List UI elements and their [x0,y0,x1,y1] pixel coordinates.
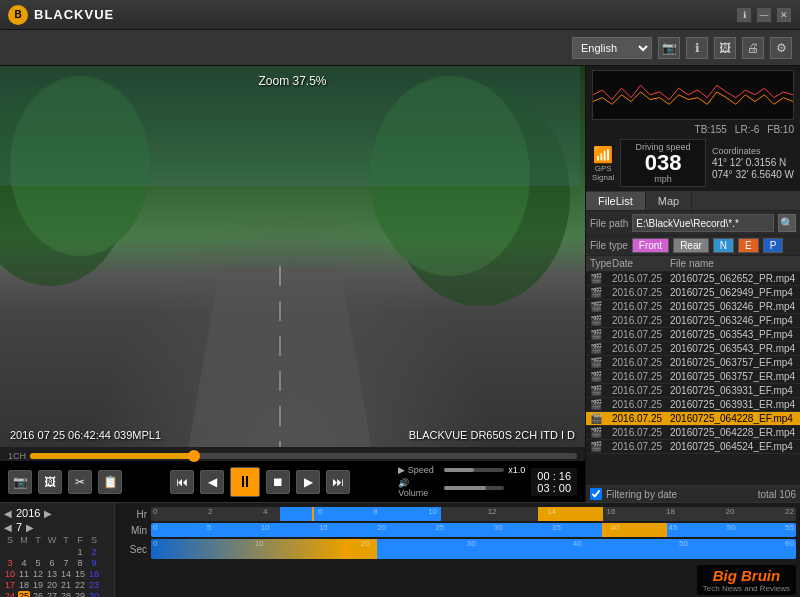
file-name: 20160725_063757_ER.mp4 [670,371,796,382]
timeline-min-track[interactable]: 0510152025303540455055 [151,523,796,537]
calendar-day[interactable]: 12 [32,569,44,579]
calendar-day[interactable]: 1 [74,547,86,557]
year-prev-btn[interactable]: ◀ [4,508,12,519]
month-prev-btn[interactable]: ◀ [4,522,12,533]
calendar-day[interactable]: 23 [88,580,100,590]
calendar-day[interactable]: 29 [74,591,86,597]
calendar-day[interactable]: 15 [74,569,86,579]
calendar-day[interactable]: 26 [32,591,44,597]
file-type-icon: 🎬 [590,413,612,424]
timeline-hr-track[interactable]: 0246810121416182022 [151,507,796,521]
camera-switch-btn[interactable]: 📷 [8,470,32,494]
search-button[interactable]: 🔍 [778,214,796,232]
total-time: 03 : 00 [537,482,571,494]
skip-back-btn[interactable]: ⏮ [170,470,194,494]
calendar-day[interactable]: 7 [60,558,72,568]
file-list-row[interactable]: 🎬 2016.07.25 20160725_062652_PR.mp4 [586,272,800,286]
language-select[interactable]: English [572,37,652,59]
file-list-row[interactable]: 🎬 2016.07.25 20160725_062949_PF.mp4 [586,286,800,300]
calendar-panel: ◀ 2016 ▶ ◀ 7 ▶ SMTWTFS 12345678910111213… [0,503,115,597]
filter-checkbox[interactable] [590,488,602,500]
file-date: 2016.07.25 [612,399,670,410]
volume-slider[interactable] [444,486,504,490]
file-list[interactable]: 🎬 2016.07.25 20160725_062652_PR.mp4🎬 201… [586,272,800,485]
progress-track[interactable] [30,453,577,459]
calendar-day[interactable]: 27 [46,591,58,597]
calendar-day[interactable]: 21 [60,580,72,590]
next-btn[interactable]: ▶ [296,470,320,494]
type-e-btn[interactable]: E [738,238,759,253]
extract-btn[interactable]: ✂ [68,470,92,494]
file-list-row[interactable]: 🎬 2016.07.25 20160725_063246_PF.mp4 [586,314,800,328]
volume-slider-label: 🔊 Volume [398,478,440,498]
file-list-row[interactable]: 🎬 2016.07.25 20160725_063931_ER.mp4 [586,398,800,412]
calendar-day[interactable]: 19 [32,580,44,590]
type-front-btn[interactable]: Front [632,238,669,253]
file-list-row[interactable]: 🎬 2016.07.25 20160725_063246_PR.mp4 [586,300,800,314]
main-video[interactable]: Zoom 37.5% 2016 07 25 06:42:44 039MPL1 B… [0,66,585,447]
playback-controls: 📷 🖼 ✂ 📋 ⏮ ◀ ⏸ ⏹ ▶ ⏭ ▶ Speed x1.0 [0,461,585,502]
file-list-row[interactable]: 🎬 2016.07.25 20160725_064228_EF.mp4 [586,412,800,426]
calendar-day[interactable]: 30 [88,591,100,597]
file-type-icon: 🎬 [590,371,612,382]
calendar-day[interactable]: 13 [46,569,58,579]
calendar-day[interactable]: 17 [4,580,16,590]
calendar-day[interactable]: 5 [32,558,44,568]
file-type-icon: 🎬 [590,399,612,410]
file-type-icon: 🎬 [590,385,612,396]
year-next-btn[interactable]: ▶ [44,508,52,519]
calendar-week: 24252627282930 [4,591,110,597]
type-rear-btn[interactable]: Rear [673,238,709,253]
calendar-day[interactable]: 11 [18,569,30,579]
close-button[interactable]: ✕ [776,7,792,23]
type-p-btn[interactable]: P [763,238,784,253]
app-title: BLACKVUE [34,7,114,22]
screenshot-btn[interactable]: 🖼 [38,470,62,494]
speed-slider[interactable] [444,468,504,472]
calendar-day[interactable]: 16 [88,569,100,579]
file-type-icon: 🎬 [590,329,612,340]
calendar-month-row: ◀ 7 ▶ [4,521,110,533]
file-list-row[interactable]: 🎬 2016.07.25 20160725_064228_ER.mp4 [586,426,800,440]
file-list-row[interactable]: 🎬 2016.07.25 20160725_063757_ER.mp4 [586,370,800,384]
prev-btn[interactable]: ◀ [200,470,224,494]
skip-fwd-btn[interactable]: ⏭ [326,470,350,494]
calendar-day[interactable]: 4 [18,558,30,568]
settings-icon-btn[interactable]: ⚙ [770,37,792,59]
tab-map[interactable]: Map [646,192,692,210]
print-icon-btn[interactable]: 🖨 [742,37,764,59]
calendar-day[interactable]: 24 [4,591,16,597]
file-list-row[interactable]: 🎬 2016.07.25 20160725_063543_PF.mp4 [586,328,800,342]
month-next-btn[interactable]: ▶ [26,522,34,533]
type-n-btn[interactable]: N [713,238,734,253]
calendar-day[interactable]: 18 [18,580,30,590]
info-icon-btn[interactable]: ℹ [686,37,708,59]
calendar-day[interactable]: 2 [88,547,100,557]
calendar-day[interactable]: 22 [74,580,86,590]
screenshot-icon-btn[interactable]: 🖼 [714,37,736,59]
minimize-button[interactable]: — [756,7,772,23]
calendar-day[interactable]: 10 [4,569,16,579]
play-pause-btn[interactable]: ⏸ [230,467,260,497]
timeline-sec-track[interactable]: 0102030405060 [151,539,796,559]
speed-multiplier: x1.0 [508,465,525,475]
file-list-row[interactable]: 🎬 2016.07.25 20160725_064524_EF.mp4 [586,440,800,454]
file-list-row[interactable]: 🎬 2016.07.25 20160725_063931_EF.mp4 [586,384,800,398]
calendar-day[interactable]: 25 [18,591,30,597]
calendar-day[interactable]: 28 [60,591,72,597]
unknown-btn[interactable]: 📋 [98,470,122,494]
stop-btn[interactable]: ⏹ [266,470,290,494]
calendar-day[interactable]: 14 [60,569,72,579]
calendar-day[interactable]: 8 [74,558,86,568]
calendar-day[interactable]: 6 [46,558,58,568]
file-list-row[interactable]: 🎬 2016.07.25 20160725_063543_PR.mp4 [586,342,800,356]
calendar-day[interactable]: 3 [4,558,16,568]
calendar-day[interactable]: 9 [88,558,100,568]
tab-filelist[interactable]: FileList [586,192,646,210]
calendar-day[interactable]: 20 [46,580,58,590]
camera-icon-btn[interactable]: 📷 [658,37,680,59]
file-path-input[interactable] [632,214,774,232]
calendar-week: 10111213141516 [4,569,110,579]
info-button[interactable]: ℹ [736,7,752,23]
file-list-row[interactable]: 🎬 2016.07.25 20160725_063757_EF.mp4 [586,356,800,370]
